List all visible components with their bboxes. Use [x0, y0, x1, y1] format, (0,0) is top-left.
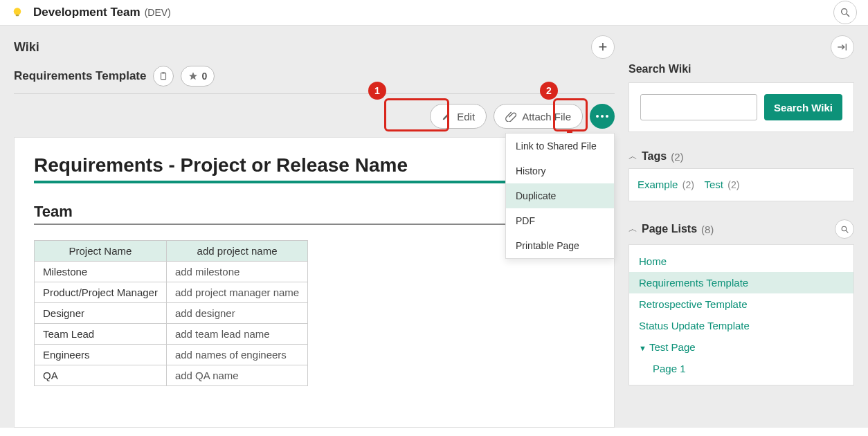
page-lists-panel: HomeRequirements TemplateRetrospective T… [629, 244, 854, 385]
svg-line-10 [846, 230, 848, 233]
table-cell: Team Lead [35, 324, 167, 345]
svg-rect-4 [161, 73, 166, 79]
table-header: add project name [166, 241, 307, 262]
table-header: Project Name [35, 241, 167, 262]
plus-icon: + [599, 38, 608, 56]
search-icon [840, 7, 851, 18]
page-list-item[interactable]: Page 1 [629, 358, 853, 379]
svg-marker-6 [190, 72, 198, 80]
table-cell: add team lead name [166, 324, 307, 345]
tag-link[interactable]: Test [704, 179, 723, 190]
clipboard-button[interactable] [153, 66, 174, 87]
more-actions-dropdown: Link to Shared File History Duplicate PD… [505, 133, 615, 259]
svg-line-3 [847, 14, 849, 17]
search-wiki-button[interactable]: Search Wiki [764, 94, 842, 120]
wiki-heading: Wiki [14, 40, 39, 55]
page-title: Requirements Template [14, 69, 146, 83]
table-cell: Engineers [35, 345, 167, 365]
search-icon [840, 225, 849, 234]
table-row: Product/Project Manageradd project manag… [35, 282, 308, 303]
edit-button[interactable]: Edit [430, 104, 487, 129]
star-button[interactable]: 0 [181, 66, 215, 87]
caret-down-icon: ▼ [639, 344, 647, 352]
tag-link[interactable]: Example [638, 179, 678, 190]
top-bar: Development Team (DEV) [0, 0, 868, 26]
table-cell: Milestone [35, 262, 167, 282]
page-list-item[interactable]: ▼Test Page [629, 336, 853, 358]
table-row: Team Leadadd team lead name [35, 324, 308, 345]
team-table: Project Name add project name Milestonea… [34, 240, 308, 386]
table-cell: Designer [35, 303, 167, 324]
table-row: Designeradd designer [35, 303, 308, 324]
team-name: Development Team [33, 6, 141, 19]
tags-header[interactable]: ︿ Tags (2) [629, 150, 854, 163]
page-list-item[interactable]: Retrospective Template [629, 293, 853, 315]
table-row: QAadd QA name [35, 365, 308, 386]
table-row: Milestoneadd milestone [35, 262, 308, 282]
table-row: Engineersadd names of engineers [35, 345, 308, 365]
page-lists-header[interactable]: ︿ Page Lists (8) [629, 219, 854, 239]
table-cell: add QA name [166, 365, 307, 386]
page-list-item[interactable]: Home [629, 251, 853, 272]
dots-icon [596, 115, 599, 118]
action-toolbar: Edit Attach File 1 2 Link to Shared File… [14, 94, 615, 137]
page-list-item[interactable]: Requirements Template [629, 272, 853, 293]
attach-file-button[interactable]: Attach File [494, 104, 583, 129]
svg-rect-5 [163, 72, 165, 73]
svg-rect-1 [16, 15, 19, 16]
star-icon [188, 71, 198, 81]
lightbulb-icon [11, 6, 33, 19]
arrow-right-bar-icon [837, 42, 848, 53]
dropdown-duplicate[interactable]: Duplicate [506, 183, 614, 208]
svg-point-2 [842, 9, 847, 15]
dropdown-printable-page[interactable]: Printable Page [506, 233, 614, 258]
search-wiki-panel: Search Wiki [629, 82, 854, 132]
table-cell: add designer [166, 303, 307, 324]
star-count: 0 [201, 71, 207, 82]
chevron-up-icon: ︿ [629, 223, 638, 235]
tags-panel: Example (2) Test (2) [629, 168, 854, 201]
page-lists-search-button[interactable] [835, 219, 854, 239]
dropdown-history[interactable]: History [506, 158, 614, 183]
team-code: (DEV) [145, 7, 171, 18]
add-page-button[interactable]: + [591, 35, 615, 59]
page-list-item[interactable]: Status Update Template [629, 315, 853, 336]
table-cell: add names of engineers [166, 345, 307, 365]
chevron-up-icon: ︿ [629, 150, 638, 163]
table-cell: Product/Project Manager [35, 282, 167, 303]
paperclip-icon [505, 111, 516, 122]
svg-point-9 [842, 226, 847, 231]
clipboard-icon [159, 71, 168, 81]
table-cell: add project manager name [166, 282, 307, 303]
global-search-button[interactable] [833, 1, 857, 24]
pencil-icon [442, 111, 451, 121]
dropdown-link-shared-file[interactable]: Link to Shared File [506, 134, 614, 158]
search-wiki-input[interactable] [640, 94, 757, 120]
search-wiki-title: Search Wiki [629, 63, 854, 75]
table-cell: add milestone [166, 262, 307, 282]
more-actions-button[interactable] [590, 104, 615, 129]
table-cell: QA [35, 365, 167, 386]
tag-count: (2) [682, 179, 694, 190]
svg-point-0 [14, 8, 21, 15]
dropdown-pdf[interactable]: PDF [506, 208, 614, 233]
expand-sidebar-button[interactable] [831, 35, 854, 59]
tag-count: (2) [727, 179, 739, 190]
